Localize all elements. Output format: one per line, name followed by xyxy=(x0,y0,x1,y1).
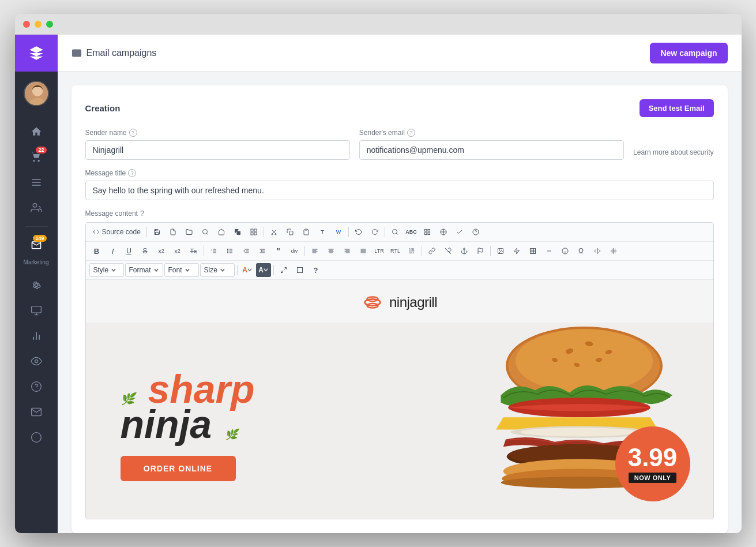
source-code-button[interactable]: Source code xyxy=(89,225,144,239)
sender-name-input[interactable] xyxy=(85,140,350,160)
cut-button[interactable] xyxy=(266,225,281,239)
indent-button[interactable] xyxy=(255,244,270,258)
div-button[interactable]: div xyxy=(287,244,302,258)
image-button[interactable] xyxy=(493,244,508,258)
tb-blocks[interactable] xyxy=(420,225,435,239)
toolbar-sep3 xyxy=(348,227,349,237)
font-color-button[interactable]: A xyxy=(240,263,255,277)
remove-format-button[interactable]: Tx xyxy=(186,244,201,258)
sidebar-logo[interactable] xyxy=(15,35,58,72)
sidebar-item-marketing[interactable]: 149 xyxy=(25,234,48,257)
tb-help[interactable] xyxy=(468,225,483,239)
justify-button[interactable] xyxy=(356,244,371,258)
hr-button[interactable] xyxy=(541,244,556,258)
new-campaign-button[interactable]: New campaign xyxy=(650,43,727,63)
brand-name: ninjagrill xyxy=(389,294,437,310)
find-replace-button[interactable] xyxy=(198,225,213,239)
minimize-dot[interactable] xyxy=(35,21,42,28)
sender-name-help-icon[interactable]: ? xyxy=(129,129,137,137)
tb-btn5[interactable] xyxy=(214,225,229,239)
align-left-button[interactable] xyxy=(307,244,322,258)
align-right-button[interactable] xyxy=(340,244,355,258)
sidebar-item-home[interactable] xyxy=(25,120,48,143)
svg-marker-65 xyxy=(514,248,519,254)
tb-show-blocks[interactable] xyxy=(436,225,451,239)
superscript-button[interactable]: x2 xyxy=(170,244,185,258)
tb-btn6[interactable] xyxy=(230,225,245,239)
maximize-dot[interactable] xyxy=(46,21,53,28)
italic-button[interactable]: I xyxy=(106,244,121,258)
redo-button[interactable] xyxy=(367,225,382,239)
close-dot[interactable] xyxy=(23,21,30,28)
message-content-label: Message content ? xyxy=(85,209,714,218)
sidebar-item-users[interactable] xyxy=(25,196,48,219)
blockquote-button[interactable]: " xyxy=(271,244,286,258)
fullscreen-editor-button[interactable] xyxy=(276,263,291,277)
svg-rect-14 xyxy=(254,233,257,235)
link-button[interactable] xyxy=(424,244,439,258)
sidebar-item-menu[interactable] xyxy=(25,171,48,194)
open-button[interactable] xyxy=(182,225,197,239)
svg-point-8 xyxy=(202,230,207,234)
anchor-button[interactable] xyxy=(457,244,472,258)
bold-button[interactable]: B xyxy=(89,244,104,258)
iframe-button[interactable] xyxy=(590,244,605,258)
sidebar-item-monitor[interactable] xyxy=(25,299,48,322)
sidebar-item-help[interactable] xyxy=(25,375,48,398)
paste-text-button[interactable]: T xyxy=(315,225,330,239)
bg-color-button[interactable]: A xyxy=(256,263,271,277)
message-title-help-icon[interactable]: ? xyxy=(128,169,136,177)
ordered-list-button[interactable] xyxy=(206,244,221,258)
paste-button[interactable] xyxy=(299,225,314,239)
maximize-editor-button[interactable] xyxy=(292,263,307,277)
flash-button[interactable] xyxy=(509,244,524,258)
format-dropdown[interactable]: Format xyxy=(125,263,163,277)
outdent-button[interactable] xyxy=(239,244,254,258)
strikethrough-button[interactable]: S xyxy=(138,244,153,258)
tb-cleanup[interactable] xyxy=(452,225,467,239)
rtl-button[interactable]: RTL xyxy=(388,244,403,258)
senders-email-help-icon[interactable]: ? xyxy=(407,129,415,137)
save-button[interactable] xyxy=(149,225,164,239)
tb-btn7[interactable] xyxy=(246,225,261,239)
message-content-help-icon[interactable]: ? xyxy=(140,209,144,218)
font-dropdown[interactable]: Font xyxy=(164,263,199,277)
sidebar-item-settings[interactable] xyxy=(25,274,48,297)
sidebar-item-envelope[interactable] xyxy=(25,400,48,424)
page-break-button[interactable] xyxy=(606,244,621,258)
paste-word-button[interactable]: W xyxy=(331,225,346,239)
send-test-button[interactable]: Send test Email xyxy=(640,99,714,117)
editor-container: Source code xyxy=(85,222,714,519)
unlink-button[interactable] xyxy=(441,244,456,258)
editor-help-button[interactable]: ? xyxy=(309,263,324,277)
char-map-button[interactable]: 語 xyxy=(404,244,419,258)
sidebar-item-eye[interactable] xyxy=(25,350,48,373)
table-insert-button[interactable] xyxy=(525,244,540,258)
order-online-button[interactable]: ORDER ONLINE xyxy=(121,456,236,481)
spell-button[interactable]: ABC xyxy=(404,225,419,239)
toolbar-separator xyxy=(146,227,147,237)
copy-button[interactable] xyxy=(283,225,298,239)
size-dropdown[interactable]: Size xyxy=(200,263,235,277)
flag-button[interactable] xyxy=(473,244,488,258)
security-link[interactable]: Learn more about security xyxy=(633,129,713,160)
underline-button[interactable]: U xyxy=(122,244,137,258)
ltr-button[interactable]: LTR xyxy=(372,244,387,258)
new-doc-button[interactable] xyxy=(166,225,180,239)
style-dropdown[interactable]: Style xyxy=(89,263,124,277)
toolbar-sep2 xyxy=(264,227,264,237)
avatar[interactable] xyxy=(24,81,49,106)
subscript-button[interactable]: x2 xyxy=(154,244,169,258)
sidebar-item-circle[interactable] xyxy=(25,426,48,449)
omega-button[interactable]: Ω xyxy=(574,244,589,258)
editor-content[interactable]: ninjagrill 🌿 xyxy=(86,280,713,519)
align-center-button[interactable] xyxy=(324,244,338,258)
undo-button[interactable] xyxy=(351,225,366,239)
sidebar-item-analytics[interactable] xyxy=(25,324,48,347)
search-tb-button[interactable] xyxy=(388,225,403,239)
message-title-input[interactable] xyxy=(85,181,714,200)
sidebar-item-cart[interactable]: 22 xyxy=(25,145,48,168)
senders-email-input[interactable] xyxy=(359,140,624,160)
smiley-button[interactable] xyxy=(558,244,573,258)
unordered-list-button[interactable] xyxy=(223,244,238,258)
